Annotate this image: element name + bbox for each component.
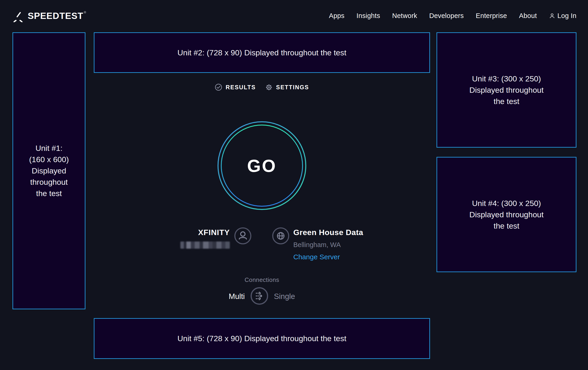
trademark-mark: ® — [84, 11, 86, 14]
nav-item-about[interactable]: About — [519, 12, 537, 20]
top-nav-bar: SPEEDTEST® Apps Insights Network Develop… — [0, 0, 588, 31]
isp-name: XFINITY — [148, 228, 230, 237]
tab-results-label: RESULTS — [226, 84, 256, 91]
ad-text-line: Unit #4: (300 x 250) — [472, 198, 541, 209]
main-nav: Apps Insights Network Developers Enterpr… — [329, 12, 577, 20]
connections-option-single[interactable]: Single — [274, 292, 295, 301]
server-location: Bellingham, WA — [293, 241, 363, 249]
go-button[interactable]: GO — [216, 120, 308, 212]
nav-item-enterprise[interactable]: Enterprise — [476, 12, 507, 20]
connections-option-multi[interactable]: Multi — [229, 292, 245, 301]
tab-results[interactable]: RESULTS — [215, 83, 256, 91]
ad-text-line: Unit #3: (300 x 250) — [472, 73, 541, 84]
ad-unit-2-leaderboard: Unit #2: (728 x 90) Displayed throughout… — [94, 32, 430, 73]
ad-unit-3-rectangle: Unit #3: (300 x 250) Displayed throughou… — [437, 32, 577, 148]
connections-label: Connections — [94, 276, 430, 283]
login-button[interactable]: Log In — [549, 12, 577, 20]
nav-item-apps[interactable]: Apps — [329, 12, 344, 20]
results-settings-tabs: RESULTS — [94, 83, 430, 91]
speedtest-page: SPEEDTEST® Apps Insights Network Develop… — [0, 0, 588, 370]
ad-text-line: Displayed throughout — [469, 209, 543, 220]
ad-text-line: the test — [494, 96, 519, 107]
speedtest-logo[interactable]: SPEEDTEST® — [11, 9, 86, 22]
server-name: Green House Data — [293, 228, 363, 237]
ad-text-line: throughout — [30, 177, 68, 188]
ad-text-line: the test — [494, 220, 519, 232]
ad-text-line: Unit #1: — [35, 142, 62, 154]
person-icon — [549, 13, 555, 19]
ad-text-line: the test — [36, 188, 62, 199]
server-info: Green House Data Bellingham, WA Change S… — [293, 228, 363, 261]
tab-settings[interactable]: SETTINGS — [265, 84, 309, 91]
gear-icon — [265, 84, 273, 91]
ad-text-line: Unit #2: (728 x 90) Displayed throughout… — [177, 47, 346, 58]
login-label: Log In — [557, 12, 577, 20]
go-button-label: GO — [216, 120, 308, 212]
ad-unit-1-skyscraper: Unit #1: (160 x 600) Displayed throughou… — [12, 32, 85, 309]
speedometer-gauge-icon — [11, 9, 24, 22]
check-circle-icon — [215, 83, 222, 91]
multi-connection-arrows-icon[interactable] — [250, 287, 268, 306]
ip-address-redacted — [180, 241, 230, 249]
ad-text-line: Unit #5: (728 x 90) Displayed throughout… — [177, 333, 346, 344]
ad-text-line: (160 x 600) — [29, 154, 69, 165]
ad-unit-5-leaderboard: Unit #5: (728 x 90) Displayed throughout… — [94, 318, 430, 359]
ad-text-line: Displayed throughout — [469, 84, 543, 96]
user-avatar-icon — [234, 227, 252, 245]
ad-text-line: Displayed — [32, 165, 66, 177]
change-server-link[interactable]: Change Server — [293, 253, 363, 261]
tab-settings-label: SETTINGS — [276, 84, 309, 91]
connections-toggle-row: Multi Single — [94, 287, 430, 306]
brand-name: SPEEDTEST® — [28, 11, 86, 21]
ad-unit-4-rectangle: Unit #4: (300 x 250) Displayed throughou… — [437, 157, 577, 272]
globe-icon — [272, 227, 289, 245]
nav-item-developers[interactable]: Developers — [429, 12, 464, 20]
nav-item-insights[interactable]: Insights — [357, 12, 380, 20]
nav-item-network[interactable]: Network — [392, 12, 417, 20]
